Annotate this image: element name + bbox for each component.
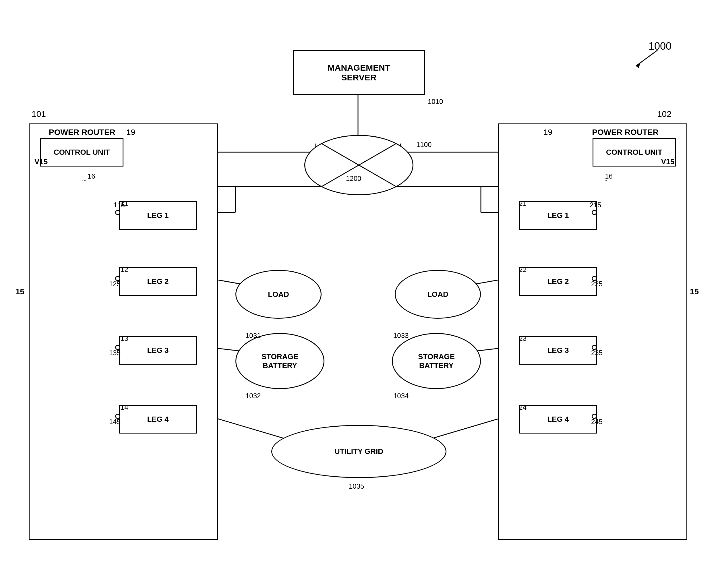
mgmt-server-num: 1010 (428, 98, 443, 106)
leg3-right-box: LEG 3 (519, 336, 597, 365)
power-router-left-num: 101 (31, 109, 46, 119)
leg2-left-box: LEG 2 (119, 267, 197, 296)
load-right-label: LOAD (427, 290, 448, 299)
power-router-right-num: 102 (657, 109, 672, 119)
num-125: 125 (109, 280, 121, 288)
tilde-16-left: ~ (82, 176, 86, 184)
svg-line-37 (210, 416, 287, 439)
num-1033: 1033 (393, 332, 408, 340)
tilde-16-right: ~ (604, 176, 608, 184)
leg2-right-label: LEG 2 (547, 277, 569, 286)
v15-left: V15 (35, 158, 48, 166)
load-right-ellipse: LOAD (395, 270, 481, 319)
power-router-left-box (29, 123, 218, 540)
num-245: 245 (591, 418, 603, 426)
leg3-right-label: LEG 3 (547, 346, 569, 355)
power-router-left-label: POWER ROUTER (49, 128, 115, 137)
management-server-box: MANAGEMENT SERVER (293, 50, 425, 95)
load-left-label: LOAD (268, 290, 289, 299)
node-215 (592, 210, 597, 215)
management-server-label: MANAGEMENT SERVER (328, 63, 390, 82)
leg2-right-box: LEG 2 (519, 267, 597, 296)
leg3-left-box: LEG 3 (119, 336, 197, 365)
num-13: 13 (121, 335, 128, 342)
leg1-left-box: LEG 1 (119, 201, 197, 230)
power-router-right-label: POWER ROUTER (592, 128, 658, 137)
leg1-right-label: LEG 1 (547, 211, 569, 220)
bus-num: 1200 (346, 174, 361, 183)
network-num: 1100 (416, 141, 431, 149)
leg3-left-label: LEG 3 (147, 346, 169, 355)
num-23: 23 (519, 335, 527, 342)
num-1035: 1035 (349, 482, 364, 490)
storage-battery-right-label: STORAGE BATTERY (418, 352, 455, 370)
num-24: 24 (519, 403, 527, 412)
num-225: 225 (591, 280, 603, 288)
control-unit-left-label: CONTROL UNIT (54, 148, 110, 157)
storage-battery-left-ellipse: STORAGE BATTERY (235, 333, 324, 389)
num-1032: 1032 (246, 392, 261, 400)
power-router-right-box (498, 123, 687, 540)
num-145: 145 (109, 418, 121, 426)
utility-grid-label: UTILITY GRID (334, 447, 383, 456)
num-21: 21 (519, 200, 527, 208)
node-115 (115, 210, 120, 215)
num-15-left: 15 (16, 287, 24, 296)
leg4-right-box: LEG 4 (519, 405, 597, 434)
num-135: 135 (109, 349, 121, 357)
num-22: 22 (519, 266, 527, 274)
load-left-ellipse: LOAD (235, 270, 321, 319)
num-15-right: 15 (690, 287, 699, 296)
num-1034: 1034 (393, 392, 408, 400)
num-115: 115 (113, 201, 125, 209)
leg4-right-label: LEG 4 (547, 415, 569, 424)
control-unit-right-label: CONTROL UNIT (606, 148, 662, 157)
num-1031: 1031 (246, 332, 261, 340)
num-19-left: 19 (126, 128, 135, 137)
storage-battery-left-label: STORAGE BATTERY (261, 352, 298, 370)
leg1-left-label: LEG 1 (147, 211, 169, 220)
svg-marker-47 (636, 63, 640, 68)
num-19-right: 19 (544, 128, 552, 137)
storage-battery-right-ellipse: STORAGE BATTERY (392, 333, 481, 389)
svg-line-39 (429, 416, 507, 439)
v15-right: V15 (661, 158, 674, 166)
network-ellipse (304, 135, 414, 195)
leg1-right-box: LEG 1 (519, 201, 597, 230)
utility-grid-ellipse: UTILITY GRID (271, 425, 446, 478)
num-235: 235 (591, 349, 603, 357)
num-14: 14 (121, 403, 128, 412)
svg-line-46 (636, 50, 657, 66)
leg2-left-label: LEG 2 (147, 277, 169, 286)
leg4-left-label: LEG 4 (147, 415, 169, 424)
num-215: 215 (590, 201, 601, 209)
control-unit-left-box: CONTROL UNIT (40, 138, 123, 167)
num-12: 12 (121, 266, 128, 274)
leg4-left-box: LEG 4 (119, 405, 197, 434)
num-16-left: 16 (88, 172, 95, 180)
figure-number-label: 1000 (649, 40, 672, 52)
